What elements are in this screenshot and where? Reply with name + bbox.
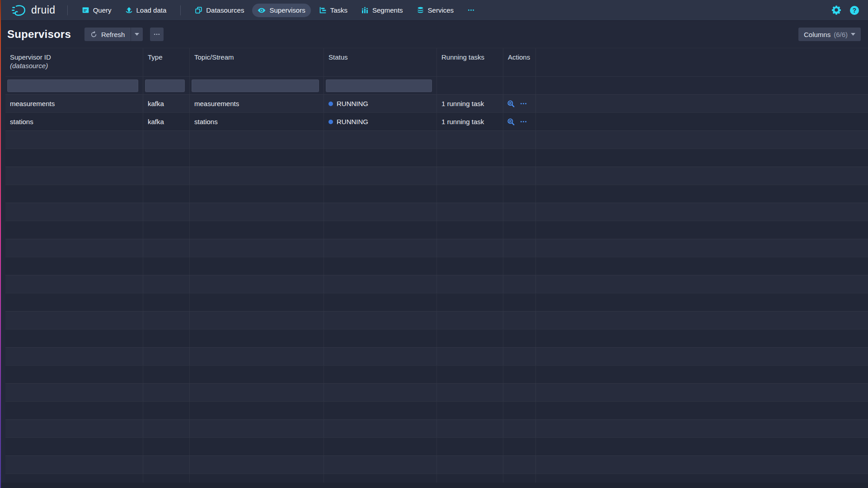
header-topic-stream[interactable]: Topic/Stream: [190, 48, 324, 76]
cell-status: [324, 275, 437, 293]
cell-filler: [536, 131, 868, 149]
cell-type: [143, 167, 190, 185]
table-row-empty: [5, 221, 868, 239]
filter-supervisor-id-input[interactable]: [7, 79, 138, 92]
cell-topic-stream: [190, 131, 324, 149]
navbar-divider: [180, 5, 181, 15]
settings-button[interactable]: [831, 5, 842, 16]
tasks-icon: [319, 6, 327, 14]
nav-item-supervisors[interactable]: Supervisors: [252, 4, 310, 17]
cell-running-tasks: [437, 293, 503, 311]
cell-actions: [503, 348, 536, 365]
cell-topic-stream: [190, 330, 324, 347]
nav-item-datasources[interactable]: Datasources: [189, 4, 249, 17]
cell-actions: [503, 474, 536, 483]
row-more-icon[interactable]: [520, 100, 527, 107]
cell-topic-stream: [190, 311, 324, 329]
cell-running-tasks: [437, 239, 503, 257]
cell-status: RUNNING: [324, 95, 437, 112]
druid-logo-icon: [12, 4, 27, 17]
nav-item-query[interactable]: Query: [76, 4, 117, 17]
cell-filler: [536, 384, 868, 401]
filter-type-input[interactable]: [145, 79, 185, 92]
table-row-empty: [5, 239, 868, 257]
cell-running-tasks: [437, 221, 503, 239]
header-label: Supervisor ID: [10, 53, 138, 61]
cell-actions: [503, 221, 536, 239]
table-row-empty: [5, 329, 868, 347]
cell-running-tasks: [437, 149, 503, 167]
cell-topic-stream: [190, 185, 324, 203]
table-row-empty: [5, 275, 868, 293]
druid-logo[interactable]: druid: [12, 4, 56, 17]
navbar-divider: [67, 5, 68, 15]
filter-cell: [143, 77, 190, 94]
cell-filler: [536, 402, 868, 419]
cell-status: [324, 221, 437, 239]
cell-type: [143, 456, 190, 474]
status-label: RUNNING: [337, 118, 368, 125]
cell-supervisor-id: stations: [5, 113, 143, 130]
cell-type: [143, 348, 190, 365]
row-more-icon[interactable]: [520, 118, 527, 125]
cell-type: kafka: [143, 113, 190, 130]
columns-count: (6/6): [834, 31, 848, 38]
header-supervisor-id[interactable]: Supervisor ID (datasource): [5, 48, 143, 76]
table-row[interactable]: measurementskafkameasurementsRUNNING1 ru…: [5, 94, 868, 112]
nav-item-services[interactable]: Services: [411, 4, 460, 17]
cell-supervisor-id: measurements: [5, 95, 143, 112]
bottom-scrollbar-track[interactable]: [0, 483, 868, 488]
cell-status: [324, 456, 437, 474]
cell-type: [143, 275, 190, 293]
filter-cell: [324, 77, 437, 94]
view-details-icon[interactable]: [507, 100, 515, 108]
cell-filler: [536, 113, 868, 130]
nav-item-tasks[interactable]: Tasks: [314, 4, 353, 17]
refresh-button[interactable]: Refresh: [84, 28, 131, 41]
view-details-icon[interactable]: [507, 118, 515, 126]
cell-supervisor-id: [5, 203, 143, 221]
cell-topic-stream: [190, 384, 324, 401]
load-data-icon: [125, 6, 133, 14]
cell-actions: [503, 131, 536, 149]
cell-supervisor-id: [5, 420, 143, 437]
nav-item-load-data[interactable]: Load data: [120, 4, 172, 17]
cell-topic-stream: [190, 221, 324, 239]
help-icon: ?: [850, 6, 859, 15]
cell-type: [143, 311, 190, 329]
filter-topic-stream-input[interactable]: [192, 79, 319, 92]
cell-running-tasks: [437, 366, 503, 383]
refresh-label: Refresh: [101, 31, 125, 38]
table-filter-row: [5, 76, 868, 94]
toolbar-more-button[interactable]: [150, 28, 164, 41]
cell-actions: [503, 239, 536, 257]
table-row-empty: [5, 474, 868, 483]
nav-item-label: Query: [93, 6, 112, 14]
cell-type: [143, 257, 190, 275]
cell-status: RUNNING: [324, 113, 437, 130]
help-button[interactable]: ?: [849, 5, 860, 16]
navbar-items: Datasources Supervisors Tasks: [188, 4, 482, 17]
header-running-tasks[interactable]: Running tasks: [437, 48, 503, 76]
cell-topic-stream: measurements: [190, 95, 324, 112]
header-status[interactable]: Status: [324, 48, 437, 76]
navbar-right: ?: [831, 5, 860, 16]
header-type[interactable]: Type: [143, 48, 190, 76]
filter-status-input[interactable]: [326, 79, 432, 92]
cell-running-tasks: 1 running task: [437, 95, 503, 112]
cell-supervisor-id: [5, 149, 143, 167]
cell-actions: [503, 95, 536, 112]
columns-button[interactable]: Columns (6/6): [798, 28, 861, 41]
cell-actions: [503, 185, 536, 203]
cell-running-tasks: [437, 167, 503, 185]
eye-icon: [258, 6, 266, 14]
table-row[interactable]: stationskafkastationsRUNNING1 running ta…: [5, 112, 868, 130]
header-actions[interactable]: Actions: [503, 48, 536, 76]
cell-supervisor-id: [5, 311, 143, 329]
nav-item-segments[interactable]: Segments: [356, 4, 408, 17]
nav-more-button[interactable]: [462, 4, 480, 17]
cell-filler: [536, 239, 868, 257]
refresh-options-button[interactable]: [131, 28, 143, 41]
cell-topic-stream: stations: [190, 113, 324, 130]
cell-status: [324, 420, 437, 437]
